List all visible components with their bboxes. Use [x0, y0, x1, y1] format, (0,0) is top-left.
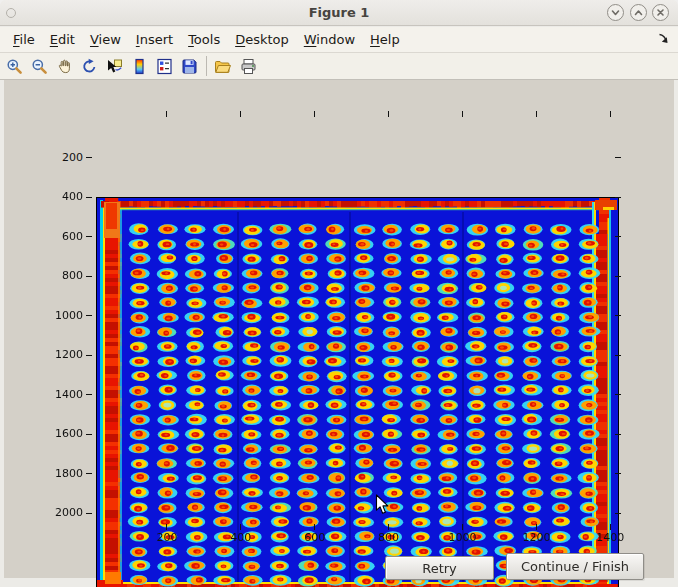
- menu-bar: FileEditViewInsertToolsDesktopWindowHelp: [0, 27, 678, 52]
- continue-finish-button-label: Continue / Finish: [521, 559, 629, 574]
- plate-image[interactable]: [97, 198, 618, 587]
- y-tick-right: [615, 473, 621, 474]
- x-tick-top: [462, 111, 463, 117]
- chevron-down-icon: [610, 7, 621, 18]
- axes: [96, 197, 619, 587]
- data-cursor-button[interactable]: [103, 55, 125, 77]
- colorbar-icon: [131, 58, 148, 75]
- rotate-3d-button[interactable]: [78, 55, 100, 77]
- menu-tools[interactable]: Tools: [188, 32, 220, 47]
- window-title: Figure 1: [0, 5, 678, 20]
- zoom-in-icon: [6, 58, 23, 75]
- y-tick-left: [86, 276, 92, 277]
- menu-window[interactable]: Window: [304, 32, 355, 47]
- y-tick-label: 1600: [41, 427, 83, 440]
- y-tick-right: [615, 513, 621, 514]
- window-minimize-button[interactable]: [607, 4, 624, 21]
- x-tick-bottom: [388, 524, 389, 530]
- y-tick-left: [86, 236, 92, 237]
- x-tick-label: 1000: [437, 531, 489, 544]
- y-tick-label: 600: [41, 230, 83, 243]
- x-tick-bottom: [462, 524, 463, 530]
- legend-button[interactable]: [153, 55, 175, 77]
- toolbar-separator: [206, 56, 207, 76]
- y-tick-right: [615, 434, 621, 435]
- legend-icon: [156, 58, 173, 75]
- pan-icon: [56, 58, 73, 75]
- x-tick-bottom: [536, 524, 537, 530]
- figure-window: Figure 1 FileEditViewInsertToolsDesktopW…: [0, 0, 678, 587]
- y-tick-left: [86, 434, 92, 435]
- x-tick-top: [536, 111, 537, 117]
- menu-help[interactable]: Help: [370, 32, 400, 47]
- toolbar: [0, 52, 678, 80]
- retry-button[interactable]: Retry: [385, 556, 494, 580]
- menu-edit[interactable]: Edit: [50, 32, 75, 47]
- menu-file[interactable]: File: [13, 32, 35, 47]
- y-tick-right: [615, 197, 621, 198]
- y-tick-label: 200: [41, 151, 83, 164]
- colorbar-button[interactable]: [128, 55, 150, 77]
- zoom-in-button[interactable]: [3, 55, 25, 77]
- y-tick-left: [86, 355, 92, 356]
- retry-button-label: Retry: [422, 561, 457, 576]
- x-tick-top: [314, 111, 315, 117]
- window-maximize-button[interactable]: [630, 4, 647, 21]
- menu-insert[interactable]: Insert: [136, 32, 173, 47]
- x-tick-bottom: [610, 524, 611, 530]
- y-tick-label: 1400: [41, 388, 83, 401]
- rotate-3d-icon: [81, 58, 98, 75]
- x-tick-label: 600: [289, 531, 341, 544]
- x-tick-label: 1400: [584, 531, 636, 544]
- x-tick-bottom: [314, 524, 315, 530]
- y-tick-label: 2000: [41, 506, 83, 519]
- x-tick-bottom: [166, 524, 167, 530]
- y-tick-right: [615, 355, 621, 356]
- y-tick-label: 400: [41, 190, 83, 203]
- y-tick-left: [86, 513, 92, 514]
- data-cursor-icon: [106, 58, 123, 75]
- open-folder-button[interactable]: [212, 55, 234, 77]
- x-tick-top: [610, 111, 611, 117]
- save-button[interactable]: [178, 55, 200, 77]
- y-tick-label: 1200: [41, 348, 83, 361]
- y-tick-label: 1000: [41, 309, 83, 322]
- x-tick-label: 800: [363, 531, 415, 544]
- menu-desktop[interactable]: Desktop: [235, 32, 289, 47]
- open-folder-icon: [214, 58, 232, 75]
- y-tick-label: 800: [41, 269, 83, 282]
- x-tick-label: 200: [141, 531, 193, 544]
- x-tick-bottom: [240, 524, 241, 530]
- save-icon: [181, 58, 198, 75]
- menu-view[interactable]: View: [90, 32, 121, 47]
- chevron-up-icon: [633, 7, 644, 18]
- y-tick-right: [615, 157, 621, 158]
- y-tick-left: [86, 197, 92, 198]
- x-tick-label: 400: [215, 531, 267, 544]
- dock-figure-icon[interactable]: [657, 32, 670, 45]
- zoom-out-button[interactable]: [28, 55, 50, 77]
- y-tick-left: [86, 157, 92, 158]
- continue-finish-button[interactable]: Continue / Finish: [506, 553, 644, 580]
- y-tick-left: [86, 315, 92, 316]
- y-tick-label: 1800: [41, 467, 83, 480]
- x-tick-top: [388, 111, 389, 117]
- x-tick-top: [240, 111, 241, 117]
- y-tick-left: [86, 394, 92, 395]
- x-tick-top: [166, 111, 167, 117]
- print-button[interactable]: [237, 55, 259, 77]
- y-tick-right: [615, 276, 621, 277]
- print-icon: [240, 58, 257, 75]
- close-icon: [655, 7, 666, 18]
- x-tick-label: 1200: [510, 531, 562, 544]
- zoom-out-icon: [31, 58, 48, 75]
- figure-canvas-area: [4, 80, 674, 578]
- y-tick-right: [615, 236, 621, 237]
- y-tick-left: [86, 473, 92, 474]
- mouse-cursor: [375, 494, 390, 516]
- y-tick-right: [615, 394, 621, 395]
- window-close-button[interactable]: [652, 4, 669, 21]
- title-bar: Figure 1: [0, 0, 678, 26]
- y-tick-right: [615, 315, 621, 316]
- pan-button[interactable]: [53, 55, 75, 77]
